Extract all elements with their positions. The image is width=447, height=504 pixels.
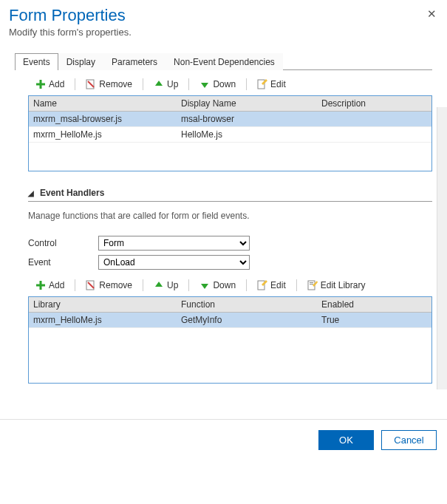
cancel-button[interactable]: Cancel: [381, 430, 437, 450]
cell-name: mxrm_HelloMe.js: [29, 127, 177, 142]
tab-events[interactable]: Events: [15, 53, 58, 70]
grid-body: mxrm_msal-browser.js msal-browser mxrm_H…: [29, 112, 431, 171]
dialog-header: Form Properties Modify this form's prope…: [0, 0, 447, 41]
up-button[interactable]: Up: [149, 78, 182, 91]
event-select[interactable]: OnLoad: [98, 255, 250, 270]
button-label: Edit: [270, 79, 286, 89]
edit-button[interactable]: Edit: [253, 78, 290, 91]
toolbar-separator: [75, 279, 75, 291]
svg-marker-5: [201, 83, 208, 88]
col-header-desc[interactable]: Description: [317, 96, 431, 111]
plus-icon: [35, 79, 46, 89]
libraries-grid: Name Display Name Description mxrm_msal-…: [28, 95, 432, 171]
tab-non-event-deps[interactable]: Non-Event Dependencies: [166, 53, 283, 70]
close-icon[interactable]: ✕: [427, 7, 437, 21]
event-handlers-header[interactable]: ◢ Event Handlers: [28, 188, 432, 202]
button-label: Remove: [99, 280, 132, 290]
table-row[interactable]: mxrm_msal-browser.js msal-browser: [29, 112, 431, 127]
dialog-title: Form Properties: [9, 6, 438, 25]
button-label: Down: [213, 79, 236, 89]
event-label: Event: [28, 257, 98, 268]
svg-marker-4: [155, 81, 163, 86]
cell-display: HelloMe.js: [177, 127, 317, 142]
grid-body: mxrm_HelloMe.js GetMyInfo True: [29, 313, 431, 383]
svg-rect-9: [36, 285, 45, 287]
remove-icon: [86, 280, 96, 290]
edit-icon: [257, 280, 267, 290]
event-row: Event OnLoad: [28, 255, 432, 270]
svg-rect-1: [36, 84, 45, 86]
tab-label: Non-Event Dependencies: [174, 57, 275, 67]
button-label: Add: [49, 79, 64, 89]
tab-label: Parameters: [112, 57, 157, 67]
edit-button[interactable]: Edit: [253, 279, 290, 292]
collapse-icon: ◢: [28, 189, 34, 197]
vertical-scrollbar[interactable]: [437, 107, 447, 389]
button-label: Edit: [270, 280, 286, 290]
dialog-body: Events Display Parameters Non-Event Depe…: [0, 41, 447, 389]
down-button[interactable]: Down: [195, 279, 240, 292]
grid-header: Library Function Enabled: [29, 297, 431, 313]
toolbar-separator: [143, 78, 143, 90]
button-label: Down: [213, 280, 236, 290]
arrow-up-icon: [154, 280, 164, 290]
up-button[interactable]: Up: [149, 279, 182, 292]
cell-library: mxrm_HelloMe.js: [29, 313, 177, 327]
button-label: Up: [167, 79, 178, 89]
tab-strip: Events Display Parameters Non-Event Depe…: [15, 52, 432, 70]
cell-display: msal-browser: [177, 112, 317, 126]
col-header-library[interactable]: Library: [29, 297, 177, 312]
tab-label: Events: [23, 57, 50, 67]
tab-panel-events: Add Remove Up Down Edit: [28, 70, 432, 384]
edit-icon: [257, 79, 267, 89]
col-header-enabled[interactable]: Enabled: [317, 297, 431, 312]
edit-library-button[interactable]: Edit Library: [303, 279, 370, 292]
toolbar-separator: [188, 78, 189, 90]
svg-rect-18: [310, 284, 313, 285]
toolbar-separator: [246, 279, 247, 291]
cell-function: GetMyInfo: [177, 313, 317, 327]
dialog-subtitle: Modify this form's properties.: [9, 27, 438, 38]
grid-header: Name Display Name Description: [29, 96, 431, 112]
svg-marker-13: [201, 284, 208, 289]
col-header-display[interactable]: Display Name: [177, 96, 317, 111]
edit-library-icon: [307, 280, 318, 290]
remove-icon: [86, 79, 96, 89]
plus-icon: [35, 280, 46, 290]
add-button[interactable]: Add: [31, 78, 69, 91]
control-label: Control: [28, 238, 98, 248]
table-row[interactable]: mxrm_HelloMe.js GetMyInfo True: [29, 313, 431, 328]
tab-display[interactable]: Display: [58, 53, 103, 70]
table-row[interactable]: mxrm_HelloMe.js HelloMe.js: [29, 127, 431, 143]
svg-marker-12: [155, 282, 163, 287]
cell-name: mxrm_msal-browser.js: [29, 112, 177, 126]
button-label: Up: [167, 280, 178, 290]
arrow-up-icon: [154, 79, 164, 89]
handlers-toolbar: Add Remove Up Down Edit: [28, 276, 432, 296]
svg-rect-17: [310, 282, 313, 283]
col-header-name[interactable]: Name: [29, 96, 177, 111]
toolbar-separator: [246, 78, 247, 90]
tab-parameters[interactable]: Parameters: [103, 53, 166, 70]
tab-label: Display: [66, 57, 95, 67]
cell-desc: [317, 112, 431, 126]
button-label: Edit Library: [321, 280, 366, 290]
arrow-down-icon: [199, 79, 210, 89]
add-button[interactable]: Add: [31, 279, 69, 292]
down-button[interactable]: Down: [195, 78, 240, 91]
col-header-function[interactable]: Function: [177, 297, 317, 312]
control-row: Control Form: [28, 236, 432, 251]
toolbar-separator: [296, 279, 297, 291]
handlers-grid: Library Function Enabled mxrm_HelloMe.js…: [28, 296, 432, 384]
control-select[interactable]: Form: [98, 236, 250, 251]
toolbar-separator: [143, 279, 143, 291]
remove-button[interactable]: Remove: [81, 78, 137, 91]
remove-button[interactable]: Remove: [81, 279, 137, 292]
arrow-down-icon: [199, 280, 210, 290]
dialog-footer: OK Cancel: [0, 419, 447, 460]
toolbar-separator: [188, 279, 189, 291]
cell-desc: [317, 127, 431, 142]
button-label: Add: [49, 280, 64, 290]
ok-button[interactable]: OK: [318, 430, 374, 450]
section-title: Event Handlers: [40, 188, 104, 198]
